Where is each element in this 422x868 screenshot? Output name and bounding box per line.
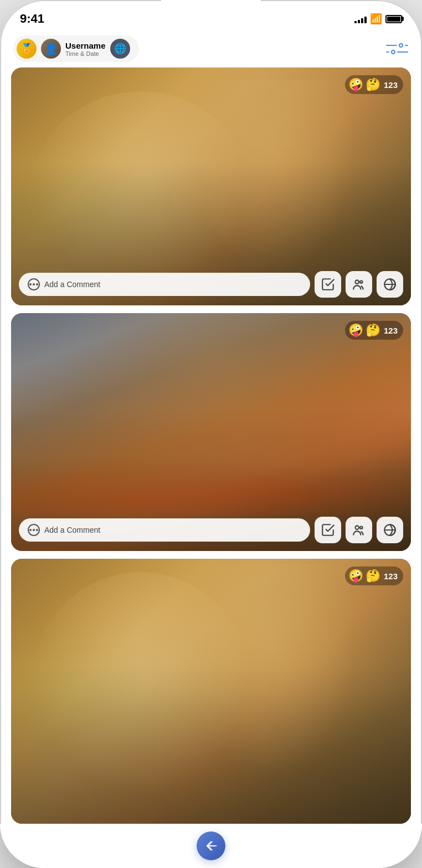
- action-bar-2: Add a Comment: [19, 517, 403, 543]
- notch: [161, 0, 261, 19]
- comment-placeholder-1: Add a Comment: [44, 280, 100, 289]
- back-button[interactable]: [197, 831, 225, 860]
- media-button-2[interactable]: [377, 517, 403, 543]
- filter-icon: [386, 43, 408, 54]
- svg-point-3: [356, 526, 359, 529]
- reaction-emoji-2b: 🤔: [366, 323, 380, 337]
- reaction-count-2: 123: [384, 326, 398, 335]
- reaction-bar-2: 🤪 🤔 123: [345, 321, 403, 340]
- action-bar-1: Add a Comment: [19, 271, 403, 298]
- post-card-2: 🤪 🤔 123 Add a Comment: [11, 313, 411, 551]
- comment-input-2[interactable]: Add a Comment: [19, 518, 310, 542]
- username-label: Username: [65, 41, 106, 50]
- time-date-label: Time & Date: [65, 50, 106, 57]
- check-reaction-button-2[interactable]: [315, 517, 341, 543]
- post-card-3: 🤪 🤔 123: [11, 559, 411, 824]
- post-card-1: 🤪 🤔 123 Add a Comment: [11, 67, 411, 305]
- filter-button[interactable]: [385, 37, 409, 60]
- status-icons: 📶: [354, 13, 402, 25]
- svg-point-4: [360, 527, 362, 529]
- reaction-count-3: 123: [384, 571, 398, 581]
- wifi-icon: 📶: [370, 13, 382, 25]
- comment-dots-icon-1: [28, 278, 40, 290]
- battery-icon: [385, 15, 402, 23]
- comment-dots-icon-2: [28, 524, 40, 536]
- bottom-nav: [0, 824, 422, 868]
- svg-point-1: [360, 281, 362, 283]
- reaction-bar-3: 🤪 🤔 123: [345, 566, 403, 585]
- group-button-1[interactable]: [346, 271, 372, 298]
- header: 🏅 👤 Username Time & Date 🌐: [0, 30, 422, 67]
- reaction-emoji-3b: 🤔: [366, 569, 380, 583]
- comment-input-1[interactable]: Add a Comment: [19, 273, 310, 296]
- check-reaction-button-1[interactable]: [315, 271, 341, 298]
- group-button-2[interactable]: [346, 517, 372, 543]
- post-overlay-2: [11, 313, 411, 551]
- signal-icon: [354, 14, 367, 23]
- post-overlay-1: [11, 67, 411, 305]
- feed: 🤪 🤔 123 Add a Comment: [0, 67, 422, 824]
- comment-placeholder-2: Add a Comment: [44, 526, 100, 534]
- reaction-emoji-1a: 🤪: [348, 77, 363, 92]
- reaction-emoji-1b: 🤔: [366, 77, 380, 92]
- post-overlay-3: [11, 559, 411, 824]
- status-time: 9:41: [20, 12, 44, 26]
- award-badge: 🏅: [17, 39, 37, 59]
- reaction-emoji-2a: 🤪: [348, 323, 363, 337]
- reaction-count-1: 123: [384, 80, 398, 90]
- user-profile-card[interactable]: 🏅 👤 Username Time & Date 🌐: [13, 35, 139, 62]
- svg-point-0: [356, 280, 359, 284]
- media-button-1[interactable]: [377, 271, 403, 298]
- avatar: 👤: [41, 39, 61, 59]
- user-info: Username Time & Date: [65, 41, 106, 57]
- reaction-bar-1: 🤪 🤔 123: [345, 75, 403, 94]
- phone-frame: 9:41 📶 🏅 👤 Username Time &: [0, 0, 422, 868]
- globe-button[interactable]: 🌐: [110, 39, 130, 59]
- reaction-emoji-3a: 🤪: [348, 569, 363, 583]
